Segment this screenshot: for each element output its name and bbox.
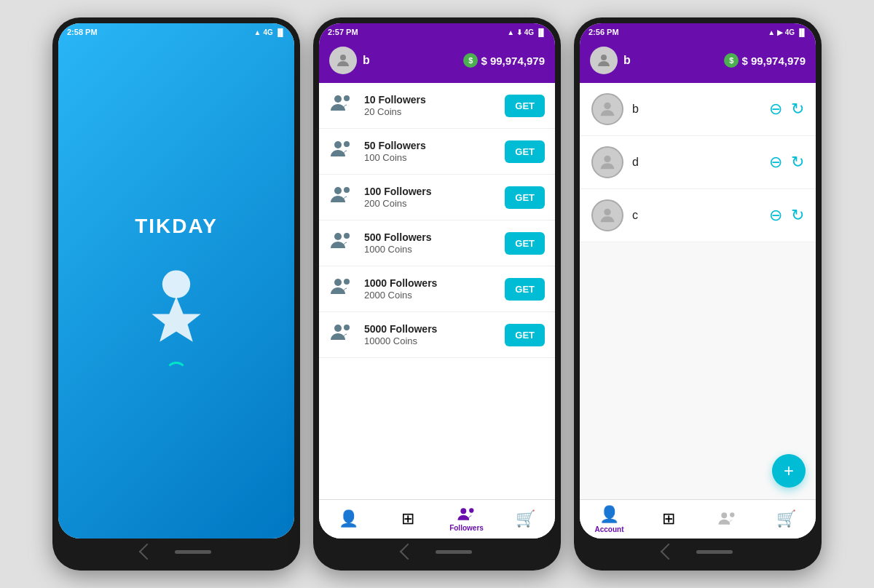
- account-header: b $ $ 99,974,979: [580, 41, 816, 83]
- remove-button-1[interactable]: ⊖: [769, 153, 782, 172]
- svg-point-19: [604, 103, 610, 109]
- nav-account-3[interactable]: 👤 Account: [580, 502, 639, 536]
- nav-grid-2[interactable]: ⊞: [378, 506, 437, 533]
- coin-icon-3: $: [724, 53, 739, 68]
- svg-point-17: [469, 508, 473, 512]
- home-button-2[interactable]: [436, 550, 472, 554]
- shop-item-text-4: 1000 Followers 2000 Coins: [364, 277, 496, 301]
- account-avatar-0: [591, 93, 623, 125]
- svg-point-7: [344, 141, 350, 147]
- get-button-2[interactable]: GET: [505, 186, 545, 209]
- refresh-button-1[interactable]: ↻: [791, 153, 804, 172]
- bottom-nav-3: 👤 Account ⊞ 🛒: [580, 499, 816, 539]
- loading-spinner: [165, 362, 187, 384]
- header-username-2: b: [363, 54, 370, 67]
- account-actions-2: ⊖ ↻: [769, 206, 804, 225]
- phone-3: 2:56 PM ▲ ▶ 4G ▐▌ b $ $ 99,974,979: [574, 17, 822, 571]
- nav-shop-3[interactable]: 🛒: [757, 506, 816, 533]
- followers-icon-3: [329, 231, 355, 255]
- account-actions-0: ⊖ ↻: [769, 100, 804, 119]
- shop-item-4: 1000 Followers 2000 Coins GET: [319, 266, 555, 312]
- account-item-1: d ⊖ ↻: [580, 136, 816, 189]
- header-avatar-3: [590, 47, 618, 74]
- svg-point-10: [334, 233, 342, 240]
- time-1: 2:58 PM: [67, 28, 98, 36]
- back-button-3[interactable]: [661, 544, 677, 560]
- get-button-3[interactable]: GET: [505, 232, 545, 255]
- remove-button-0[interactable]: ⊖: [769, 100, 782, 119]
- shop-coins-5: 10000 Coins: [364, 335, 496, 346]
- svg-point-4: [344, 95, 350, 101]
- shop-item-2: 100 Followers 200 Coins GET: [319, 175, 555, 220]
- account-name-2: c: [632, 209, 760, 222]
- nav-account-2[interactable]: 👤: [319, 506, 378, 533]
- phone-1: 2:58 PM ▲ 4G ▐▌ TIKDAY: [52, 17, 300, 571]
- shop-coins-1: 100 Coins: [364, 152, 496, 163]
- status-bar-2: 2:57 PM ▲ ⬇ 4G ▐▌: [319, 23, 555, 41]
- phone-bottom-2: [319, 539, 555, 565]
- followers-nav-icon-2: [457, 506, 476, 523]
- get-button-0[interactable]: GET: [505, 95, 545, 117]
- shop-item-text-3: 500 Followers 1000 Coins: [364, 231, 496, 255]
- signal-icons-1: ▲ 4G ▐▌: [254, 28, 286, 36]
- phone-bottom-3: [580, 539, 816, 565]
- shop-followers-0: 10 Followers: [364, 94, 496, 106]
- get-button-1[interactable]: GET: [505, 140, 545, 163]
- account-name-1: d: [632, 156, 760, 169]
- svg-point-15: [344, 325, 350, 330]
- time-2: 2:57 PM: [328, 28, 358, 36]
- svg-point-2: [340, 55, 346, 60]
- nav-account-label-3: Account: [595, 525, 624, 533]
- signal-icons-3: ▲ ▶ 4G ▐▌: [768, 28, 807, 36]
- shop-followers-5: 5000 Followers: [364, 323, 496, 335]
- back-button-2[interactable]: [400, 544, 417, 560]
- nav-followers-2[interactable]: Followers: [437, 504, 496, 535]
- get-button-4[interactable]: GET: [505, 278, 545, 301]
- get-button-5[interactable]: GET: [505, 324, 545, 346]
- followers-icon-2: [329, 185, 355, 210]
- shop-list: + 10 Followers 20 Coins GET 50 Foll: [319, 83, 555, 499]
- nav-grid-3[interactable]: ⊞: [639, 506, 698, 533]
- shop-item-text-0: 10 Followers 20 Coins: [364, 94, 496, 117]
- home-button-3[interactable]: [696, 550, 733, 554]
- time-3: 2:56 PM: [588, 28, 619, 36]
- header-left: b: [329, 47, 370, 74]
- shop-item-1: 50 Followers 100 Coins GET: [319, 129, 555, 175]
- svg-point-12: [334, 279, 342, 286]
- remove-button-2[interactable]: ⊖: [769, 206, 782, 225]
- shop-item-0: + 10 Followers 20 Coins GET: [319, 83, 555, 129]
- splash-screen: 2:58 PM ▲ 4G ▐▌ TIKDAY: [58, 23, 294, 539]
- svg-point-16: [460, 508, 466, 514]
- status-bar-3: 2:56 PM ▲ ▶ 4G ▐▌: [580, 23, 816, 41]
- grid-nav-icon-3: ⊞: [662, 509, 675, 528]
- account-actions-1: ⊖ ↻: [769, 153, 804, 172]
- refresh-button-0[interactable]: ↻: [791, 100, 804, 119]
- nav-shop-2[interactable]: 🛒: [496, 506, 555, 533]
- followers-icon-0: +: [329, 93, 355, 118]
- svg-point-22: [721, 512, 727, 518]
- shop-item-text-2: 100 Followers 200 Coins: [364, 186, 496, 209]
- header-avatar-2: [329, 47, 357, 74]
- followers-nav-icon-3: [718, 511, 737, 527]
- refresh-button-2[interactable]: ↻: [791, 206, 804, 225]
- svg-point-6: [334, 141, 342, 148]
- followers-icon-4: [329, 277, 355, 301]
- svg-point-11: [344, 233, 350, 239]
- phone-2: 2:57 PM ▲ ⬇ 4G ▐▌ b $ $ 99,974,979: [313, 17, 561, 571]
- nav-followers-3[interactable]: [698, 508, 757, 531]
- followers-icon-1: [329, 139, 355, 164]
- shop-item-text-5: 5000 Followers 10000 Coins: [364, 323, 496, 346]
- header-username-3: b: [623, 54, 631, 67]
- svg-point-13: [344, 279, 350, 285]
- home-button-1[interactable]: [175, 550, 211, 554]
- add-account-fab[interactable]: +: [772, 454, 806, 488]
- header-left-3: b: [590, 47, 631, 74]
- svg-point-18: [601, 55, 607, 60]
- svg-marker-1: [151, 296, 200, 341]
- account-item-2: c ⊖ ↻: [580, 189, 816, 242]
- status-bar-1: 2:58 PM ▲ 4G ▐▌: [58, 23, 294, 41]
- back-button-1[interactable]: [139, 544, 156, 560]
- shop-coins-2: 200 Coins: [364, 198, 496, 209]
- account-avatar-1: [591, 146, 623, 178]
- svg-point-9: [344, 187, 350, 193]
